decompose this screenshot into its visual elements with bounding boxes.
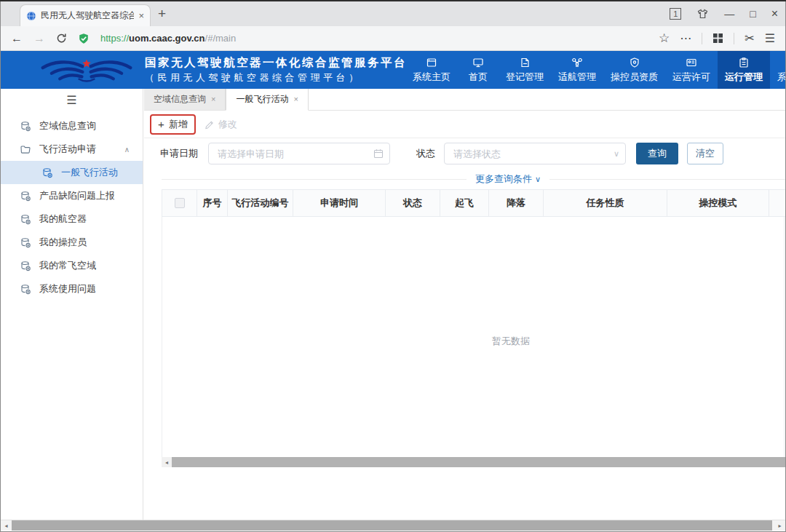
content-area: 空域信息查询 × 一般飞行活动 × + 新增	[144, 89, 785, 520]
scrollbar-thumb[interactable]	[12, 520, 772, 531]
url-field[interactable]: https://uom.caac.gov.cn/#/main	[100, 33, 648, 44]
security-shield-icon[interactable]	[78, 33, 90, 44]
url-path: /#/main	[205, 33, 237, 44]
table-body: 暂无数据	[162, 217, 785, 457]
query-button[interactable]: 查询	[636, 143, 678, 164]
screenshot-scissors-icon[interactable]: ✂	[745, 33, 754, 44]
edit-button-label: 修改	[218, 118, 237, 131]
nav-item-home[interactable]: 首页	[458, 51, 499, 89]
sidebar-item-label: 我的航空器	[39, 213, 87, 226]
theme-shirt-icon[interactable]	[696, 8, 709, 20]
more-dots-icon[interactable]: ⋯	[680, 33, 691, 44]
select-all-cell	[162, 190, 197, 216]
address-bar: ← → https://uom.caac.gov.cn/#/main ☆ ⋯ ✂…	[1, 26, 785, 51]
select-all-checkbox[interactable]	[175, 198, 185, 208]
sidebar-item-frequent-airspace[interactable]: 我的常飞空域	[1, 254, 143, 277]
date-picker-input[interactable]	[208, 143, 390, 164]
edit-button[interactable]: 修改	[205, 118, 237, 131]
more-conditions-toggle[interactable]: 更多查询条件 ∨	[467, 172, 549, 186]
menu-hamburger-icon[interactable]: ☰	[765, 33, 775, 44]
table-horizontal-scrollbar: ◂	[162, 457, 785, 467]
scroll-left-arrow[interactable]: ◂	[1, 520, 12, 531]
close-button[interactable]: ×	[771, 8, 778, 20]
nav-item-flight-operation[interactable]: 运行管理	[718, 51, 770, 89]
app-title-line1: 国家无人驾驶航空器一体化综合监管服务平台	[145, 55, 407, 71]
app-header: 国家无人驾驶航空器一体化综合监管服务平台 （民用无人驾驶航空器综合管理平台） 系…	[1, 51, 785, 89]
folder-icon	[20, 144, 31, 155]
license-card-icon	[686, 57, 697, 68]
status-select-input[interactable]	[444, 143, 626, 164]
nav-item-registration[interactable]: 登记管理	[499, 51, 551, 89]
reload-icon[interactable]	[56, 33, 67, 44]
sidebar-item-general-flight[interactable]: 一般飞行活动	[1, 161, 143, 184]
sidebar-item-defect-report[interactable]: 产品缺陷问题上报	[1, 184, 143, 207]
site-favicon	[26, 11, 36, 21]
sidebar-item-my-operators[interactable]: 我的操控员	[1, 231, 143, 254]
divider	[734, 33, 734, 44]
column-header-status: 状态	[386, 190, 440, 216]
maximize-button[interactable]: □	[750, 9, 755, 19]
chevron-up-icon[interactable]: ∧	[124, 146, 143, 154]
browser-titlebar: 民用无人驾驶航空器综合管理 × + 1 — □ ×	[1, 1, 785, 26]
scroll-right-arrow[interactable]: ▸	[774, 520, 785, 531]
apps-grid-icon[interactable]	[712, 33, 723, 44]
nav-label: 系统管理	[777, 71, 785, 84]
scrollbar-thumb[interactable]	[172, 457, 785, 467]
nav-item-system-management[interactable]: 系统管理	[770, 51, 785, 89]
more-conditions-label: 更多查询条件	[475, 172, 532, 186]
sidebar-item-system-usage[interactable]: 系统使用问题	[1, 277, 143, 301]
nav-item-operation-license[interactable]: 运营许可	[665, 51, 718, 89]
forward-icon[interactable]: →	[33, 33, 45, 44]
monitor-icon	[472, 57, 484, 68]
database-icon	[20, 237, 31, 248]
register-doc-icon	[519, 57, 531, 68]
sidebar-item-flight-application[interactable]: 飞行活动申请 ∧	[1, 138, 143, 161]
column-header-partial	[769, 190, 785, 216]
back-icon[interactable]: ←	[11, 33, 23, 44]
sidebar-item-my-aircraft[interactable]: 我的航空器	[1, 207, 143, 231]
scroll-left-arrow[interactable]: ◂	[162, 457, 172, 467]
content-tab-airspace-info[interactable]: 空域信息查询 ×	[144, 89, 226, 110]
column-header-landing: 降落	[489, 190, 544, 216]
new-tab-button[interactable]: +	[158, 6, 166, 22]
nav-item-operator-qualification[interactable]: 操控员资质	[603, 51, 665, 89]
chevron-down-icon: ∨	[535, 175, 541, 184]
content-tab-general-flight[interactable]: 一般飞行活动 ×	[226, 89, 308, 111]
chevron-down-icon[interactable]: ∨	[614, 149, 619, 159]
bookmark-star-icon[interactable]: ☆	[659, 32, 670, 44]
annotation-highlight-box: + 新增	[150, 114, 196, 135]
add-button[interactable]: + 新增	[158, 118, 188, 131]
sidebar-item-label: 我的常飞空域	[39, 259, 96, 272]
minimize-button[interactable]: —	[724, 9, 734, 19]
sidebar-item-airspace-info[interactable]: 空域信息查询	[1, 114, 143, 138]
clear-button[interactable]: 清空	[687, 143, 723, 164]
nav-item-system-home[interactable]: 系统主页	[405, 51, 458, 89]
nav-label: 运营许可	[672, 71, 710, 84]
database-icon	[20, 284, 31, 295]
tab-title: 民用无人驾驶航空器综合管理	[41, 9, 134, 22]
nav-label: 适航管理	[558, 71, 596, 84]
tab-close-icon[interactable]: ×	[138, 11, 144, 20]
tab-close-icon[interactable]: ×	[293, 95, 298, 103]
app-title-line2: （民用无人驾驶航空器综合管理平台）	[145, 71, 407, 85]
edit-pencil-icon	[205, 119, 215, 130]
content-tab-label: 空域信息查询	[154, 93, 206, 106]
caac-logo	[39, 55, 135, 84]
sidebar-collapse-icon[interactable]: ☰	[1, 93, 143, 107]
drone-icon	[571, 57, 583, 68]
more-conditions-row: 更多查询条件 ∨	[144, 169, 785, 189]
nav-label: 操控员资质	[611, 71, 658, 84]
nav-item-airworthiness[interactable]: 适航管理	[551, 51, 603, 89]
empty-data-text: 暂无数据	[492, 335, 530, 348]
sidebar: ☰ 空域信息查询 飞行活动申请 ∧	[1, 89, 143, 520]
sidebar-item-label: 空域信息查询	[39, 119, 96, 132]
browser-tab[interactable]: 民用无人驾驶航空器综合管理 ×	[20, 4, 151, 26]
database-icon	[41, 167, 53, 178]
tab-close-icon[interactable]: ×	[211, 95, 215, 103]
page-horizontal-scrollbar: ◂ ▸	[1, 520, 785, 531]
sidebar-item-label: 一般飞行活动	[61, 166, 118, 179]
filter-bar: 申请日期 状态 ∨ 查询 清空	[144, 138, 785, 169]
status-select-field: ∨	[444, 143, 626, 164]
browser-window: 民用无人驾驶航空器综合管理 × + 1 — □ × ← → https://uo…	[0, 0, 786, 532]
tab-count-badge[interactable]: 1	[670, 8, 681, 20]
